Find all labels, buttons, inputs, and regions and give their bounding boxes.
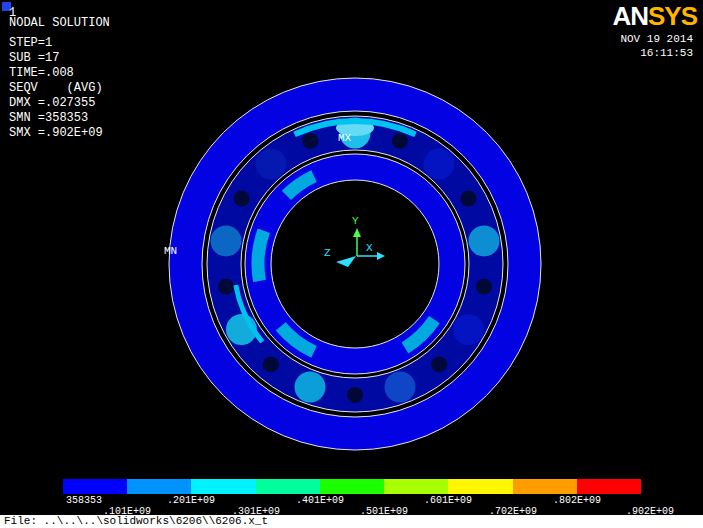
- ansys-logo-an: AN: [612, 1, 648, 31]
- min-marker: MN: [164, 245, 177, 257]
- legend-segment: [577, 479, 641, 494]
- ball: [295, 372, 326, 403]
- legend-tick-label: .601E+09: [424, 496, 472, 506]
- sub-line: SUB =17: [9, 51, 110, 66]
- z-axis-label: Z: [324, 247, 331, 259]
- dmx-line: DMX =.027355: [9, 96, 110, 111]
- date-label: NOV 19 2014: [620, 32, 693, 46]
- inner-ring-highlight: [258, 231, 264, 281]
- legend-segment: [127, 479, 191, 494]
- legend-segment: [256, 479, 320, 494]
- ball: [256, 149, 287, 180]
- ball: [211, 226, 242, 257]
- ball: [424, 149, 455, 180]
- ansys-graphics-window: 1 NODAL SOLUTION STEP=1 SUB =17 TIME=.00…: [0, 0, 703, 528]
- legend-segment: [320, 479, 384, 494]
- ball: [453, 314, 484, 345]
- max-marker: MX: [338, 132, 351, 144]
- bore-hole: [271, 180, 439, 348]
- y-axis-label: Y: [352, 215, 359, 227]
- legend-tick-label: 358353: [66, 496, 102, 506]
- ansys-logo: ANSYS: [612, 1, 697, 32]
- bearing-contour-plot[interactable]: Y X Z: [160, 68, 550, 460]
- legend-segment: [191, 479, 255, 494]
- legend-segment: [384, 479, 448, 494]
- datetime-block: NOV 19 2014 16:11:53: [620, 32, 693, 60]
- legend-tick-label: .201E+09: [167, 496, 215, 506]
- time-line: TIME=.008: [9, 66, 110, 81]
- inner-ring: [241, 150, 469, 378]
- status-bar: File: ..\..\..\solidworks\6206\\6206.x_t: [0, 515, 703, 528]
- solution-info-block: NODAL SOLUTION STEP=1 SUB =17 TIME=.008 …: [9, 16, 110, 141]
- ball: [469, 226, 500, 257]
- legend-tick-label: .401E+09: [296, 496, 344, 506]
- legend-tick-label: .802E+09: [553, 496, 601, 506]
- legend-segment: [63, 479, 127, 494]
- seqv-line: SEQV (AVG): [9, 81, 110, 96]
- contour-legend-bar: [63, 479, 641, 494]
- legend-segment: [513, 479, 577, 494]
- solution-title: NODAL SOLUTION: [9, 16, 110, 31]
- smn-line: SMN =358353: [9, 111, 110, 126]
- status-bar-file-path: File: ..\..\..\solidworks\6206\\6206.x_t: [4, 516, 268, 527]
- x-axis-label: X: [366, 242, 373, 254]
- time-label: 16:11:53: [620, 46, 693, 60]
- legend-segment: [448, 479, 512, 494]
- step-line: STEP=1: [9, 36, 110, 51]
- ball: [385, 372, 416, 403]
- ansys-logo-sys: SYS: [648, 1, 697, 31]
- smx-line: SMX =.902E+09: [9, 126, 110, 141]
